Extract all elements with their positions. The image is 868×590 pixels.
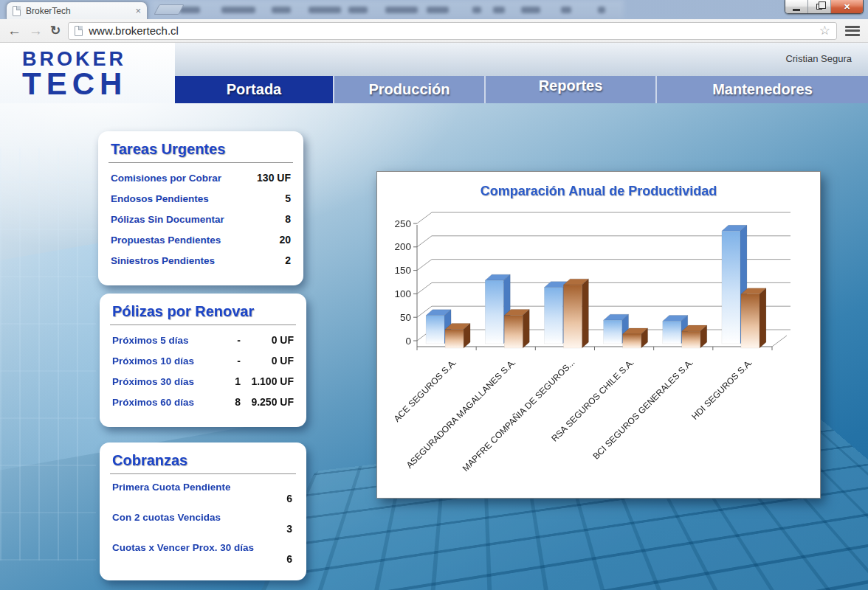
svg-text:BCI SEGUROS GENERALES S.A.: BCI SEGUROS GENERALES S.A. <box>590 357 695 461</box>
chart-title: Comparación Anual de Productividad <box>377 184 820 199</box>
browser-menu-icon[interactable] <box>844 24 861 38</box>
svg-text:250: 250 <box>394 218 411 229</box>
browser-tab[interactable]: BrokerTech × <box>6 1 148 19</box>
polizas-row-amount: 1.100 UF <box>241 375 294 387</box>
nav-tab-reportes[interactable]: Reportes <box>484 76 655 103</box>
cobranzas-row: Con 2 cuotas Vencidas3 <box>112 510 294 535</box>
polizas-row-amount: 0 UF <box>241 355 294 367</box>
divider <box>110 473 296 474</box>
polizas-row-amount: 0 UF <box>241 334 294 346</box>
background-menu-blob <box>385 7 418 13</box>
tareas-row-value: 2 <box>285 254 291 266</box>
panel-cobranzas: Cobranzas Primera Cuota Pendiente6Con 2 … <box>100 442 306 580</box>
url-page-icon <box>75 26 83 36</box>
background-menu-blob <box>561 7 571 13</box>
url-text[interactable]: www.brokertech.cl <box>89 24 813 37</box>
reload-button[interactable]: ↻ <box>50 23 61 38</box>
cobranzas-row: Cuotas x Vencer Prox. 30 días6 <box>112 540 294 565</box>
polizas-row: Próximos 60 días89.250 UF <box>112 396 294 408</box>
tareas-row-value: 20 <box>279 234 291 246</box>
main-nav: PortadaProducciónReportesMantenedores <box>175 76 868 103</box>
polizas-row-count: - <box>216 355 241 367</box>
close-button[interactable]: ✕ <box>831 0 863 13</box>
browser-toolbar: ← → ↻ www.brokertech.cl ☆ <box>0 19 868 43</box>
nav-tab-label: Reportes <box>539 77 603 94</box>
divider <box>110 324 296 325</box>
svg-text:0: 0 <box>405 336 411 347</box>
address-bar[interactable]: www.brokertech.cl ☆ <box>68 22 837 40</box>
tareas-row-label[interactable]: Comisiones por Cobrar <box>111 173 257 184</box>
window-controls: ✕ <box>785 0 864 14</box>
panel-title: Cobranzas <box>112 450 294 473</box>
tareas-row-label[interactable]: Endosos Pendientes <box>111 193 285 204</box>
background-menu-blob <box>427 7 449 13</box>
tareas-row: Endosos Pendientes5 <box>111 192 291 204</box>
restore-icon <box>816 4 822 10</box>
svg-text:ACE SEGUROS S.A.: ACE SEGUROS S.A. <box>392 357 459 424</box>
nav-tab-portada[interactable]: Portada <box>175 76 333 103</box>
cobranzas-row-value: 6 <box>286 553 292 565</box>
panel-title: Tareas Urgentes <box>111 139 291 162</box>
nav-tab-label: Portada <box>227 81 281 98</box>
background-menu-blob <box>272 7 291 13</box>
tareas-row: Propuestas Pendientes20 <box>111 234 291 246</box>
bookmark-star-icon[interactable]: ☆ <box>819 23 830 38</box>
tareas-row-value: 5 <box>285 192 291 204</box>
polizas-row: Próximos 10 días-0 UF <box>112 355 294 367</box>
nav-tab-label: Mantenedores <box>712 81 813 98</box>
polizas-row-label[interactable]: Próximos 10 días <box>112 355 216 367</box>
tareas-row-label[interactable]: Pólizas Sin Documentar <box>111 214 285 225</box>
page-favicon-icon <box>13 6 21 16</box>
forward-button[interactable]: → <box>29 24 43 38</box>
background-menu-blob <box>348 7 368 13</box>
polizas-row-label[interactable]: Próximos 30 días <box>112 376 216 387</box>
background-menu-blob <box>493 7 505 13</box>
panel-tareas-urgentes: Tareas Urgentes Comisiones por Cobrar130… <box>98 131 303 285</box>
tareas-row: Siniestros Pendientes2 <box>111 254 291 266</box>
polizas-row-count: 1 <box>216 375 241 387</box>
restore-button[interactable] <box>808 0 831 13</box>
tab-title: BrokerTech <box>26 6 130 16</box>
tareas-row: Comisiones por Cobrar130 UF <box>111 172 291 184</box>
cobranzas-row-value: 6 <box>286 493 292 504</box>
polizas-row-label[interactable]: Próximos 60 días <box>112 397 216 408</box>
minimize-icon <box>793 9 800 11</box>
cobranzas-row-label[interactable]: Cuotas x Vencer Prox. 30 días <box>112 542 254 553</box>
tareas-row: Pólizas Sin Documentar8 <box>111 213 291 225</box>
svg-text:HDI SEGUROS S.A.: HDI SEGUROS S.A. <box>689 357 754 422</box>
cobranzas-row: Primera Cuota Pendiente6 <box>112 479 294 504</box>
browser-tabstrip: BrokerTech × ✕ <box>0 0 868 19</box>
tab-close-icon[interactable]: × <box>135 6 141 15</box>
polizas-row-count: - <box>216 334 241 346</box>
svg-text:150: 150 <box>394 265 411 276</box>
background-menu-blob <box>598 7 605 13</box>
svg-text:200: 200 <box>394 241 411 252</box>
nav-tab-produccion[interactable]: Producción <box>333 76 484 103</box>
polizas-row-amount: 9.250 UF <box>241 396 294 408</box>
logo-line-tech: TECH <box>22 66 175 102</box>
back-button[interactable]: ← <box>7 24 21 38</box>
polizas-row: Próximos 5 días-0 UF <box>112 334 294 346</box>
polizas-row-count: 8 <box>216 396 241 408</box>
brokertech-logo[interactable]: BROKER TECH <box>0 43 175 103</box>
browser-window: BrokerTech × ✕ ← → ↻ www.brokertech.cl ☆… <box>0 0 868 590</box>
tareas-row-value: 8 <box>285 213 291 225</box>
cobranzas-row-label[interactable]: Primera Cuota Pendiente <box>112 482 231 493</box>
divider <box>108 162 293 163</box>
polizas-row: Próximos 30 días11.100 UF <box>112 375 294 387</box>
nav-tab-mantenedores[interactable]: Mantenedores <box>655 76 868 103</box>
user-name: Cristian Segura <box>785 53 852 64</box>
cobranzas-row-value: 3 <box>286 523 292 535</box>
chart-panel: Comparación Anual de Productividad 05010… <box>376 171 821 499</box>
tareas-row-label[interactable]: Propuestas Pendientes <box>111 235 279 246</box>
svg-text:100: 100 <box>394 288 411 299</box>
tareas-row-value: 130 UF <box>257 172 291 184</box>
svg-text:ASEGURADORA MAGALLANES S.A.: ASEGURADORA MAGALLANES S.A. <box>404 357 518 471</box>
polizas-row-label[interactable]: Próximos 5 días <box>112 335 216 346</box>
panel-title: Pólizas por Renovar <box>112 301 294 324</box>
minimize-button[interactable] <box>785 0 808 13</box>
tareas-row-label[interactable]: Siniestros Pendientes <box>111 255 285 266</box>
background-menu-blob <box>221 7 255 13</box>
background-menu-blob <box>472 7 481 13</box>
cobranzas-row-label[interactable]: Con 2 cuotas Vencidas <box>112 512 221 523</box>
